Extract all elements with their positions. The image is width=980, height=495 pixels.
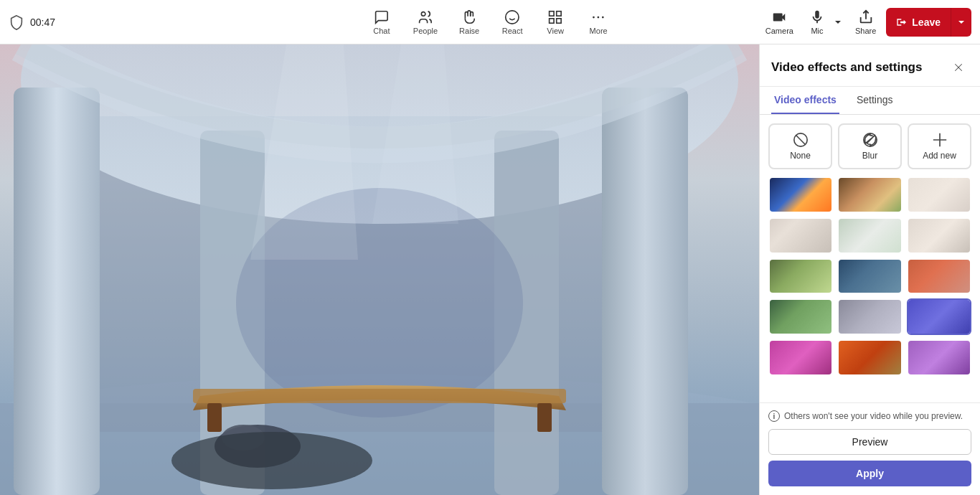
mic-chevron[interactable] — [831, 15, 845, 29]
svg-rect-22 — [193, 389, 566, 403]
top-options-row: None Blur Add new — [768, 123, 971, 169]
view-label: View — [547, 27, 564, 35]
raise-label: Raise — [459, 27, 479, 35]
bg-thumb-9[interactable] — [907, 258, 971, 295]
svg-point-10 — [602, 16, 604, 18]
call-timer: 00:47 — [30, 16, 55, 28]
preview-info-text: Others won't see your video while you pr… — [784, 411, 963, 421]
bg-thumb-11[interactable] — [837, 298, 902, 335]
bg-thumb-8[interactable] — [837, 258, 902, 295]
svg-point-0 — [421, 11, 425, 16]
preview-button[interactable]: Preview — [768, 429, 971, 455]
main-content: Video effects and settings Video effects… — [0, 44, 980, 495]
effect-none[interactable]: None — [768, 123, 832, 169]
leave-dropdown[interactable] — [951, 8, 971, 37]
bg-thumb-15[interactable] — [907, 339, 971, 376]
video-area — [0, 44, 759, 495]
bg-thumb-7[interactable] — [768, 258, 833, 295]
tab-settings[interactable]: Settings — [854, 87, 896, 114]
more-label: More — [590, 27, 608, 35]
bg-thumb-4[interactable] — [768, 217, 833, 254]
bg-thumb-10[interactable] — [768, 298, 833, 335]
svg-rect-18 — [602, 88, 688, 495]
tab-video-effects[interactable]: Video effects — [771, 87, 839, 114]
mic-group: Mic — [804, 6, 845, 38]
nav-view[interactable]: View — [534, 5, 577, 39]
effects-grid: None Blur Add new — [760, 115, 980, 402]
mic-button[interactable]: Mic — [804, 6, 831, 38]
svg-point-1 — [506, 10, 519, 23]
svg-rect-6 — [550, 18, 554, 22]
bg-thumb-14[interactable] — [837, 339, 902, 376]
camera-label: Camera — [765, 27, 793, 35]
nav-more[interactable]: More — [577, 5, 620, 39]
svg-rect-4 — [550, 11, 554, 15]
mic-label: Mic — [811, 27, 823, 35]
shield-icon — [9, 14, 24, 30]
right-panel: Video effects and settings Video effects… — [759, 44, 980, 495]
svg-rect-5 — [557, 11, 561, 15]
topbar-center: Chat People Raise React View More — [360, 5, 620, 39]
svg-line-29 — [796, 136, 805, 145]
preview-info: i Others won't see your video while you … — [768, 410, 971, 422]
people-label: People — [413, 27, 438, 35]
panel-tabs: Video effects Settings — [760, 87, 980, 115]
camera-button[interactable]: Camera — [760, 6, 799, 38]
bg-thumb-3[interactable] — [907, 176, 971, 213]
leave-wrapper: Leave — [886, 8, 971, 37]
bg-thumb-5[interactable] — [837, 217, 902, 254]
panel-bottom: i Others won't see your video while you … — [760, 402, 980, 495]
nav-react[interactable]: React — [491, 5, 534, 39]
leave-label: Leave — [912, 16, 941, 28]
topbar: 00:47 Chat People Raise React View More — [0, 0, 980, 44]
bg-thumb-6[interactable] — [907, 217, 971, 254]
react-label: React — [502, 27, 523, 35]
bg-thumb-12[interactable] — [907, 298, 971, 335]
nav-raise[interactable]: Raise — [448, 5, 491, 39]
svg-rect-23 — [207, 403, 222, 432]
leave-button[interactable]: Leave — [886, 8, 951, 37]
apply-button[interactable]: Apply — [768, 461, 971, 486]
bg-thumb-1[interactable] — [768, 176, 833, 213]
panel-header: Video effects and settings — [760, 44, 980, 87]
svg-point-8 — [593, 16, 595, 18]
svg-rect-24 — [537, 403, 552, 432]
info-icon: i — [768, 410, 780, 422]
share-button[interactable]: Share — [849, 6, 882, 38]
blur-label: Blur — [862, 151, 877, 161]
panel-close-button[interactable] — [948, 57, 969, 77]
svg-point-9 — [598, 16, 600, 18]
chat-label: Chat — [373, 27, 390, 35]
effect-add-new[interactable]: Add new — [908, 123, 971, 169]
effect-blur[interactable]: Blur — [838, 123, 902, 169]
video-scene — [0, 44, 759, 495]
nav-people[interactable]: People — [403, 5, 448, 39]
bg-thumb-13[interactable] — [768, 339, 833, 376]
svg-rect-7 — [557, 18, 561, 22]
panel-title: Video effects and settings — [771, 60, 922, 75]
nav-chat[interactable]: Chat — [360, 5, 403, 39]
add-new-label: Add new — [923, 151, 956, 161]
none-label: None — [790, 151, 811, 161]
backgrounds-grid — [768, 176, 971, 376]
svg-point-27 — [171, 432, 372, 489]
svg-rect-17 — [14, 88, 100, 495]
bg-thumb-2[interactable] — [837, 176, 902, 213]
share-label: Share — [855, 27, 876, 35]
